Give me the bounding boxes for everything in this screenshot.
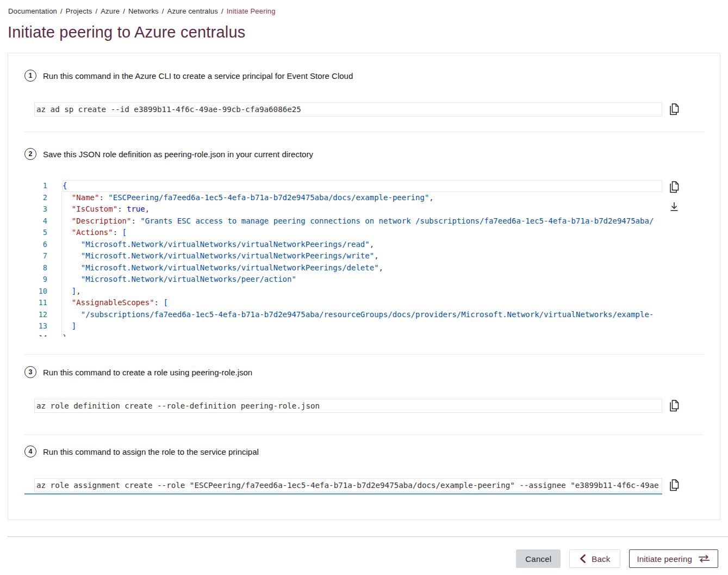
line-number: 9 [34, 274, 47, 286]
footer-divider [8, 536, 728, 537]
step-3-section: 3 Run this command to create a role usin… [24, 355, 704, 435]
indent-guide [61, 192, 62, 337]
line-content[interactable]: ], [63, 286, 662, 298]
editor-line: 4 "Description": "Grants ESC access to m… [34, 215, 662, 227]
line-number: 2 [34, 192, 47, 204]
step-1-label: Run this command in the Azure CLI to cre… [43, 71, 353, 81]
breadcrumb-item[interactable]: Azure centralus [167, 7, 218, 15]
download-icon[interactable] [669, 201, 680, 212]
editor-line: 12 "/subscriptions/fa7eed6a-1ec5-4efa-b7… [34, 309, 662, 321]
line-content[interactable]: "AssignableScopes": [ [63, 297, 662, 309]
copy-icon[interactable] [669, 181, 680, 193]
back-button[interactable]: Back [569, 549, 620, 568]
breadcrumb-item[interactable]: Documentation [8, 7, 57, 15]
editor-line: 13 ] [34, 320, 662, 332]
editor-line: 11 "AssignableScopes": [ [34, 297, 662, 309]
line-number: 7 [34, 250, 47, 262]
step-2-section: 2 Save this JSON role definition as peer… [24, 132, 704, 355]
line-number: 11 [34, 297, 47, 309]
step-1-section: 1 Run this command in the Azure CLI to c… [24, 53, 704, 132]
line-number: 6 [34, 239, 47, 251]
line-content[interactable]: } [63, 332, 662, 337]
initiate-peering-label: Initiate peering [637, 554, 692, 564]
breadcrumb-separator: / [221, 7, 223, 15]
editor-line: 6 "Microsoft.Network/virtualNetworks/vir… [34, 239, 662, 251]
json-editor[interactable]: 1{2 "Name": "ESCPeering/fa7eed6a-1ec5-4e… [34, 180, 662, 337]
step-3-command-input[interactable] [34, 399, 662, 413]
editor-line: 3 "IsCustom": true, [34, 203, 662, 215]
step-4-number-badge: 4 [24, 446, 36, 457]
breadcrumb: Documentation/Projects/Azure/Networks/Az… [0, 0, 728, 15]
editor-line: 1{ [34, 180, 662, 192]
line-number: 4 [34, 215, 47, 227]
step-3-number-badge: 3 [24, 366, 36, 378]
step-4-section: 4 Run this command to assign the role to… [24, 435, 704, 520]
breadcrumb-current: Initiate Peering [227, 7, 276, 15]
step-3-label: Run this command to create a role using … [43, 368, 252, 377]
step-2-label: Save this JSON role definition as peerin… [43, 150, 313, 159]
step-1-number-badge: 1 [24, 70, 36, 82]
chevron-left-icon [580, 554, 586, 563]
line-content[interactable]: "Microsoft.Network/virtualNetworks/virtu… [63, 250, 662, 262]
line-content[interactable]: "Actions": [ [63, 227, 662, 239]
steps-card: 1 Run this command in the Azure CLI to c… [8, 53, 720, 520]
breadcrumb-separator: / [123, 7, 125, 15]
editor-line: 5 "Actions": [ [34, 227, 662, 239]
line-content[interactable]: "Name": "ESCPeering/fa7eed6a-1ec5-4efa-b… [63, 192, 662, 204]
copy-icon[interactable] [669, 479, 680, 491]
editor-line: 7 "Microsoft.Network/virtualNetworks/vir… [34, 250, 662, 262]
editor-line: 14} [34, 332, 662, 337]
copy-icon[interactable] [669, 400, 680, 412]
breadcrumb-item[interactable]: Networks [128, 7, 159, 15]
step-1-command-input[interactable] [34, 102, 662, 116]
initiate-peering-button[interactable]: Initiate peering [629, 549, 718, 568]
step-4-label: Run this command to assign the role to t… [43, 447, 259, 456]
swap-arrows-icon [698, 554, 711, 563]
line-number: 14 [34, 332, 47, 337]
line-number: 1 [34, 180, 47, 192]
line-content[interactable]: "IsCustom": true, [63, 203, 662, 215]
step-2-number-badge: 2 [24, 148, 36, 160]
line-content[interactable]: "/subscriptions/fa7eed6a-1ec5-4efa-b71a-… [63, 309, 662, 321]
breadcrumb-item[interactable]: Azure [101, 7, 120, 15]
editor-line: 8 "Microsoft.Network/virtualNetworks/vir… [34, 262, 662, 274]
line-content[interactable]: ] [63, 320, 662, 332]
page-title: Initiate peering to Azure centralus [8, 23, 728, 41]
breadcrumb-separator: / [162, 7, 164, 15]
line-number: 3 [34, 203, 47, 215]
line-number: 13 [34, 320, 47, 332]
focus-underline [24, 493, 662, 494]
line-content[interactable]: { [63, 180, 662, 192]
breadcrumb-item[interactable]: Projects [66, 7, 92, 15]
line-content[interactable]: "Microsoft.Network/virtualNetworks/virtu… [63, 239, 662, 251]
breadcrumb-separator: / [95, 7, 97, 15]
editor-line: 2 "Name": "ESCPeering/fa7eed6a-1ec5-4efa… [34, 192, 662, 204]
editor-line: 10 ], [34, 286, 662, 298]
line-content[interactable]: "Description": "Grants ESC access to man… [63, 215, 662, 227]
footer-actions: Cancel Back Initiate peering [0, 549, 718, 568]
cancel-button[interactable]: Cancel [516, 549, 561, 568]
line-content[interactable]: "Microsoft.Network/virtualNetworks/virtu… [63, 262, 662, 274]
step-4-command-input[interactable] [34, 478, 662, 492]
editor-line: 9 "Microsoft.Network/virtualNetworks/pee… [34, 274, 662, 286]
line-number: 10 [34, 286, 47, 298]
line-number: 8 [34, 262, 47, 274]
line-number: 12 [34, 309, 47, 321]
back-button-label: Back [592, 554, 610, 564]
copy-icon[interactable] [669, 103, 680, 115]
breadcrumb-separator: / [60, 7, 63, 15]
line-number: 5 [34, 227, 47, 239]
line-content[interactable]: "Microsoft.Network/virtualNetworks/peer/… [63, 274, 662, 286]
